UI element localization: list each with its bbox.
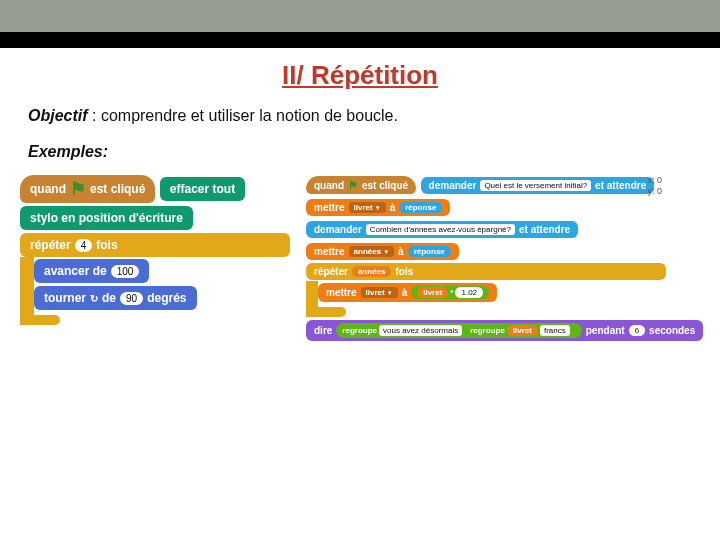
join-outer[interactable]: regroupe vous avez désormais regroupe li… <box>336 323 581 338</box>
header-bar-olive <box>0 0 720 32</box>
flag-icon: ⚑ <box>348 180 358 191</box>
block-when-flag[interactable]: quand ⚑ est cliqué <box>20 175 155 203</box>
repeat-var[interactable]: années <box>352 266 392 277</box>
body-text: Objectif : comprendre et utiliser la not… <box>0 107 720 161</box>
multiply-op[interactable]: livret * 1.02 <box>411 286 489 299</box>
block-set-livret-mul[interactable]: mettre livret▼ à livret * 1.02 <box>318 283 497 302</box>
set2-var[interactable]: années▼ <box>349 246 395 257</box>
ask1-text[interactable]: Quel est le versement initial? <box>480 180 591 191</box>
say-seconds[interactable]: 6 <box>629 325 645 336</box>
page-title: II/ Répétition <box>0 60 720 91</box>
block-say[interactable]: dire regroupe vous avez désormais regrou… <box>306 320 703 341</box>
ask2-text[interactable]: Combien d'annees avez-vous épargné? <box>366 224 515 235</box>
objectif-body: : comprendre et utiliser la notion de bo… <box>88 107 398 124</box>
turn-degrees[interactable]: 90 <box>120 292 143 305</box>
answer-reporter-2[interactable]: réponse <box>408 246 451 257</box>
set3-var[interactable]: livret▼ <box>361 287 398 298</box>
block-repeat[interactable]: répéter 4 fois avancer de 100 tourner ↻ … <box>20 233 290 325</box>
scratch-script-right: x: 0 y: 0 quand ⚑ est cliqué demander Qu… <box>306 175 666 344</box>
block-set-livret[interactable]: mettre livret▼ à réponse <box>306 199 450 216</box>
exemples-label: Exemples: <box>28 143 692 161</box>
block-pen-down[interactable]: stylo en position d'écriture <box>20 206 193 230</box>
turn-icon: ↻ <box>90 293 98 304</box>
flag-icon: ⚑ <box>70 180 86 198</box>
repeat-count[interactable]: 4 <box>75 239 93 252</box>
scratch-script-left: quand ⚑ est cliqué effacer tout stylo en… <box>20 175 290 328</box>
block-ask-2[interactable]: demander Combien d'annees avez-vous épar… <box>306 221 578 238</box>
objectif-label: Objectif <box>28 107 88 124</box>
examples-row: quand ⚑ est cliqué effacer tout stylo en… <box>0 175 720 344</box>
block-set-annees[interactable]: mettre années▼ à réponse <box>306 243 459 260</box>
join-inner[interactable]: regroupe livret francs <box>464 324 576 337</box>
block-ask-1[interactable]: demander Quel est le versement initial? … <box>421 177 655 194</box>
block-erase-all[interactable]: effacer tout <box>160 177 245 201</box>
stage-coords: x: 0 y: 0 <box>647 175 662 197</box>
block-when-flag-r[interactable]: quand ⚑ est cliqué <box>306 176 416 194</box>
set1-var[interactable]: livret▼ <box>349 202 386 213</box>
move-steps[interactable]: 100 <box>111 265 140 278</box>
answer-reporter[interactable]: réponse <box>399 202 442 213</box>
block-repeat-r[interactable]: répéter années fois mettre livret▼ à liv… <box>306 263 666 317</box>
block-turn[interactable]: tourner ↻ de 90 degrés <box>34 286 197 310</box>
header-bar-black <box>0 32 720 48</box>
block-move[interactable]: avancer de 100 <box>34 259 149 283</box>
